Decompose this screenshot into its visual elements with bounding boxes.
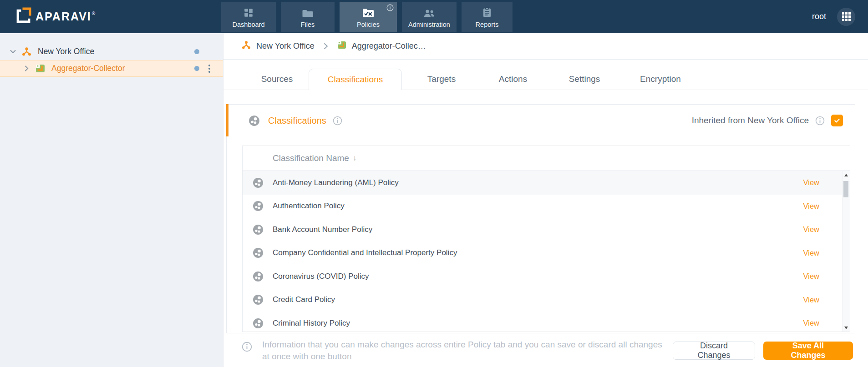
info-icon — [242, 342, 252, 352]
tree-item-label: Aggregator-Collector — [51, 64, 125, 73]
classification-icon — [249, 115, 260, 126]
classification-name: Company Confidential and Intellectual Pr… — [273, 248, 457, 257]
view-link[interactable]: View — [803, 249, 819, 257]
classifications-table: Classification Name ↓ — [242, 146, 850, 332]
aparavi-logo: APARAVI® — [15, 0, 96, 33]
footer-info-text: Information that you can make changes ac… — [262, 339, 663, 362]
chevron-right-icon[interactable] — [23, 65, 30, 71]
view-link[interactable]: View — [803, 225, 819, 234]
tree-item-aggregator-collector[interactable]: Aggregator-Collector — [0, 60, 223, 77]
table-row[interactable]: Coronavirus (COVID) Policy View — [243, 265, 842, 288]
chevron-down-icon[interactable] — [9, 50, 16, 54]
table-header[interactable]: Classification Name ↓ — [243, 146, 850, 171]
view-link[interactable]: View — [803, 296, 819, 304]
nav-reports[interactable]: Reports — [462, 2, 513, 32]
folder-icon — [302, 7, 313, 18]
nav-label: Dashboard — [233, 21, 265, 28]
info-icon[interactable] — [386, 4, 394, 13]
sort-descending-icon[interactable]: ↓ — [353, 154, 357, 163]
table-row[interactable]: Bank Account Number Policy View — [243, 218, 842, 241]
tab-actions[interactable]: Actions — [481, 69, 545, 90]
tree-sidebar: New York Office Aggregator-Collector — [0, 33, 223, 367]
panel-header: Classifications Inherited from New York … — [227, 105, 855, 136]
nav-label: Policies — [357, 21, 380, 28]
classification-icon — [253, 271, 264, 282]
apps-grid-button[interactable] — [837, 8, 855, 26]
classification-icon — [253, 201, 264, 211]
tab-targets[interactable]: Targets — [407, 69, 476, 90]
nav-label: Reports — [476, 21, 499, 28]
view-link[interactable]: View — [803, 178, 819, 187]
status-dot — [194, 49, 199, 54]
scrollbar-thumb[interactable] — [843, 181, 848, 197]
classification-name: Credit Card Policy — [273, 295, 335, 304]
info-icon[interactable] — [333, 116, 342, 126]
breadcrumb: New York Office Aggregator-Collec… — [223, 33, 868, 60]
user-area: root — [812, 0, 855, 33]
policy-tabs: Sources Classifications Targets Actions … — [223, 60, 868, 90]
nav-dashboard[interactable]: Dashboard — [221, 2, 276, 32]
tab-classifications[interactable]: Classifications — [309, 69, 402, 90]
classification-icon — [253, 247, 264, 258]
classifications-panel: Classifications Inherited from New York … — [226, 104, 855, 333]
table-scroll-area: Anti-Money Laundering (AML) Policy View — [243, 171, 850, 332]
status-dot — [194, 66, 199, 71]
table-row[interactable]: Criminal History Policy View — [243, 312, 842, 332]
discard-changes-button[interactable]: Discard Changes — [673, 342, 755, 360]
scroll-down-button[interactable] — [843, 324, 850, 332]
classification-name: Criminal History Policy — [273, 319, 350, 328]
dashboard-icon — [244, 7, 254, 18]
nav-label: Administration — [408, 21, 450, 28]
classification-name: Anti-Money Laundering (AML) Policy — [273, 178, 399, 187]
nav-policies[interactable]: Policies — [340, 2, 397, 32]
column-header-label: Classification Name — [273, 153, 349, 163]
table-row[interactable]: Company Confidential and Intellectual Pr… — [243, 241, 842, 265]
classification-name: Authentication Policy — [273, 201, 345, 211]
classification-icon — [253, 177, 264, 188]
collector-icon — [337, 40, 346, 52]
aparavi-logo-icon — [15, 7, 31, 26]
breadcrumb-item-office[interactable]: New York Office — [242, 40, 315, 52]
main-nav: Dashboard Files — [221, 2, 513, 32]
chevron-right-icon — [324, 43, 328, 50]
vertical-scrollbar[interactable] — [842, 171, 850, 332]
save-all-changes-button[interactable]: Save All Changes — [763, 342, 853, 360]
classification-name: Bank Account Number Policy — [273, 225, 372, 234]
collector-icon — [36, 64, 45, 73]
breadcrumb-label: Aggregator-Collec… — [352, 41, 426, 51]
breadcrumb-label: New York Office — [256, 41, 315, 51]
breadcrumb-item-collector[interactable]: Aggregator-Collec… — [337, 40, 426, 52]
kebab-menu-icon[interactable] — [207, 63, 212, 75]
tab-encryption[interactable]: Encryption — [624, 69, 697, 90]
info-icon[interactable] — [815, 116, 825, 126]
tab-settings[interactable]: Settings — [550, 69, 619, 90]
username: root — [812, 12, 826, 21]
org-node-icon — [22, 47, 31, 56]
tree-item-label: New York Office — [38, 47, 94, 56]
table-rows: Anti-Money Laundering (AML) Policy View — [243, 171, 842, 332]
brand-name: APARAVI® — [36, 10, 96, 23]
table-row[interactable]: Anti-Money Laundering (AML) Policy View — [243, 171, 842, 195]
view-link[interactable]: View — [803, 272, 819, 281]
panel-accent-bar — [226, 104, 228, 136]
scroll-up-button[interactable] — [843, 171, 850, 179]
people-icon — [423, 7, 435, 18]
classification-icon — [253, 294, 264, 305]
org-node-icon — [242, 40, 251, 52]
apps-grid-icon — [842, 12, 851, 21]
classification-name: Coronavirus (COVID) Policy — [273, 272, 369, 281]
table-row[interactable]: Authentication Policy View — [243, 195, 842, 218]
tab-sources[interactable]: Sources — [251, 69, 303, 90]
view-link[interactable]: View — [803, 202, 819, 211]
tree-item-new-york-office[interactable]: New York Office — [0, 43, 223, 60]
panel-title: Classifications — [268, 116, 326, 126]
clipboard-icon — [482, 7, 492, 18]
nav-files[interactable]: Files — [281, 2, 335, 32]
classification-icon — [253, 224, 264, 235]
inherited-checkbox[interactable] — [831, 115, 843, 126]
view-link[interactable]: View — [803, 319, 819, 327]
top-bar: APARAVI® Dashboard Files — [0, 0, 868, 33]
classification-icon — [253, 318, 264, 329]
nav-administration[interactable]: Administration — [402, 2, 457, 32]
table-row[interactable]: Credit Card Policy View — [243, 288, 842, 312]
